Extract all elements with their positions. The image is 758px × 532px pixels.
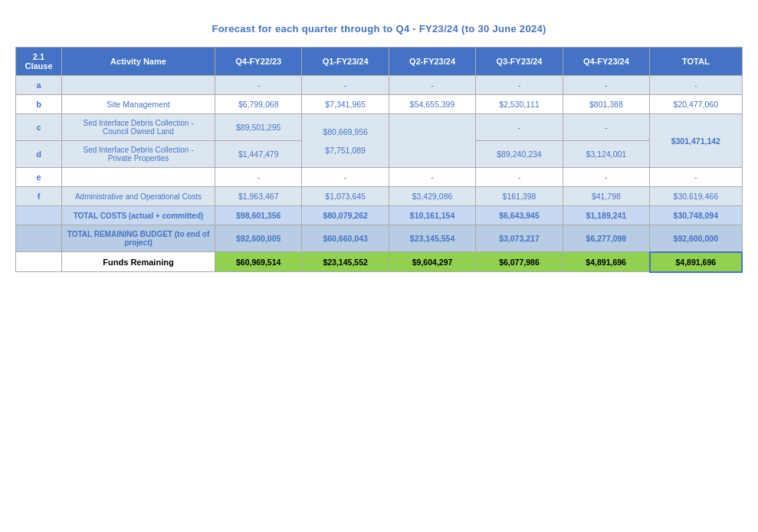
q2-cell: $54,655,399 — [389, 95, 475, 114]
q3-fy2324-header: Q3-FY23/24 — [476, 48, 563, 76]
total-header: TOTAL — [650, 48, 742, 76]
q3-cell: - — [476, 168, 563, 187]
q3-cell: $6,643,945 — [476, 206, 563, 225]
q3-cell: - — [476, 76, 563, 95]
q4-cell: $92,600,005 — [215, 225, 302, 252]
q2-cell: - — [389, 168, 475, 187]
total-cell: $20,477,060 — [650, 95, 742, 114]
q3-cell: $161,398 — [476, 187, 563, 206]
q1-cell: $80,079,262 — [302, 206, 389, 225]
q3-cell: $89,240,234 — [476, 141, 563, 168]
q1-fy2324-header: Q1-FY23/24 — [302, 48, 389, 76]
q4fy-cell: - — [563, 168, 649, 187]
clause-cell — [16, 206, 62, 225]
funds-q4fy-cell: $4,891,696 — [563, 252, 649, 272]
clause-cell: c — [16, 114, 62, 141]
clause-cell: f — [16, 187, 62, 206]
table-row: f Administrative and Operational Costs $… — [16, 187, 743, 206]
q2-cell: $3,429,086 — [389, 187, 475, 206]
funds-q3-cell: $6,077,986 — [476, 252, 563, 272]
total-cell: $92,600,000 — [650, 225, 742, 252]
q4-cell: $6,799,068 — [215, 95, 302, 114]
total-cell: - — [650, 76, 742, 95]
total-cell: $30,748,094 — [650, 206, 742, 225]
q4fy-cell: $3,124,001 — [563, 141, 649, 168]
clause-cell: e — [16, 168, 62, 187]
activity-cell — [62, 76, 215, 95]
q2-cell: - — [389, 76, 475, 95]
funds-remaining-label: Funds Remaining — [62, 252, 215, 272]
q2-cell: $23,145,554 — [389, 225, 475, 252]
table-row: b Site Management $6,799,068 $7,341,965 … — [16, 95, 743, 114]
table-row: a - - - - - - — [16, 76, 743, 95]
page-title: Forecast for each quarter through to Q4 … — [15, 23, 743, 34]
activity-cell: Sed Interface Debris Collection -Private… — [62, 141, 215, 168]
funds-total-cell: $4,891,696 — [650, 252, 742, 272]
q4-cell: $89,501,295 — [215, 114, 302, 141]
q1-cell: $1,073,645 — [302, 187, 389, 206]
q4fy-cell: $1,189,241 — [563, 206, 649, 225]
q4fy-cell: - — [563, 114, 649, 141]
q2-fy2324-header: Q2-FY23/24 — [389, 48, 475, 76]
activity-cell — [62, 168, 215, 187]
activity-cell: TOTAL REMAINING BUDGET (to end of projec… — [62, 225, 215, 252]
clause-cell — [16, 225, 62, 252]
q4-cell: - — [215, 76, 302, 95]
activity-header: Activity Name — [62, 48, 215, 76]
q3-cell: $3,073,217 — [476, 225, 563, 252]
q4-cell: - — [215, 168, 302, 187]
q4-fy2324-header: Q4-FY23/24 — [563, 48, 649, 76]
activity-cell: Site Management — [62, 95, 215, 114]
q1-cell: $60,660,043 — [302, 225, 389, 252]
clause-cell: d — [16, 141, 62, 168]
total-cell: - — [650, 168, 742, 187]
funds-q1-cell: $23,145,552 — [302, 252, 389, 272]
q4-cell: $1,963,467 — [215, 187, 302, 206]
activity-cell: Sed Interface Debris Collection -Council… — [62, 114, 215, 141]
q3-cell: - — [476, 114, 563, 141]
q4fy-cell: $6,277,098 — [563, 225, 649, 252]
q1-cell: $7,341,965 — [302, 95, 389, 114]
clause-cell: a — [16, 76, 62, 95]
clause-header: 2.1Clause — [16, 48, 62, 76]
total-remaining-row: TOTAL REMAINING BUDGET (to end of projec… — [16, 225, 743, 252]
funds-remaining-row: Funds Remaining $60,969,514 $23,145,552 … — [16, 252, 743, 272]
total-costs-row: TOTAL COSTS (actual + committed) $98,601… — [16, 206, 743, 225]
clause-cell — [16, 252, 62, 272]
clause-cell: b — [16, 95, 62, 114]
q4fy-cell: - — [563, 76, 649, 95]
total-cell: $301,471,142 — [650, 114, 742, 168]
q1-cell: - — [302, 168, 389, 187]
q4-cell: $1,447,479 — [215, 141, 302, 168]
total-cell: $30,619,466 — [650, 187, 742, 206]
q4fy-cell: $801,388 — [563, 95, 649, 114]
funds-q4-cell: $60,969,514 — [215, 252, 302, 272]
table-header: 2.1Clause Activity Name Q4-FY22/23 Q1-FY… — [16, 48, 743, 76]
q4-cell: $98,601,356 — [215, 206, 302, 225]
q1-cell: - — [302, 76, 389, 95]
q2-cell: $10,161,154 — [389, 206, 475, 225]
activity-cell: TOTAL COSTS (actual + committed) — [62, 206, 215, 225]
funds-q2-cell: $9,604,297 — [389, 252, 475, 272]
activity-cell: Administrative and Operational Costs — [62, 187, 215, 206]
q2-cell — [389, 114, 475, 168]
q1-cell: $80,669,956$7,751,089 — [302, 114, 389, 168]
q4fy-cell: $41,798 — [563, 187, 649, 206]
q3-cell: $2,530,111 — [476, 95, 563, 114]
table-row: e - - - - - - — [16, 168, 743, 187]
q4-fy2223-header: Q4-FY22/23 — [215, 48, 302, 76]
table-row: c Sed Interface Debris Collection -Counc… — [16, 114, 743, 141]
forecast-table: 2.1Clause Activity Name Q4-FY22/23 Q1-FY… — [15, 47, 743, 273]
